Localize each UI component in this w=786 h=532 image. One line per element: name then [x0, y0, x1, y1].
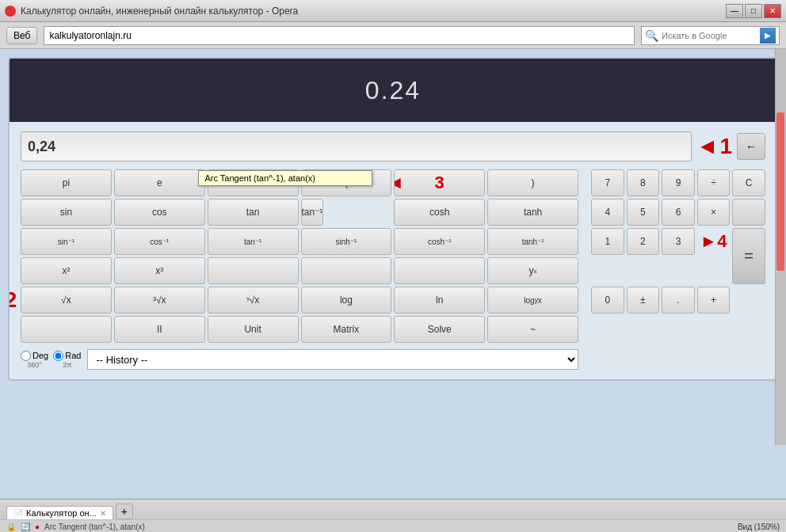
window-title: Калькулятор онлайн, инженерный онлайн ка… — [21, 6, 726, 17]
btn-7[interactable]: 7 — [591, 169, 624, 196]
minimize-button[interactable]: — — [726, 4, 743, 18]
rad-label: Rad — [65, 351, 81, 360]
angle-mode: Deg 360° Rad 2π — [21, 351, 81, 369]
numpad-panel: 7 8 9 ÷ C 4 5 6 × — [591, 169, 765, 370]
btn-tan-inv-tooltip[interactable]: tan⁻¹ — [301, 199, 324, 226]
btn-annotation-3[interactable]: ◄ 3 — [394, 169, 485, 196]
scientific-panel: pi e % ( ◄ 3 ) — [21, 169, 578, 370]
search-icon: 🔍 — [645, 29, 658, 42]
btn-open-paren[interactable]: ( — [301, 169, 392, 196]
status-bar: 📄 Калькулятор он... ✕ + 🔒 🔄 ● Arc Tangen… — [0, 499, 786, 532]
btn-tan[interactable]: tan — [208, 199, 299, 226]
btn-ln[interactable]: ln — [394, 287, 485, 314]
btn-e[interactable]: e — [114, 169, 205, 196]
deg-option[interactable]: Deg 360° — [21, 351, 48, 369]
btn-blank-r1[interactable] — [732, 199, 765, 226]
btn-acos[interactable]: cos⁻¹ — [114, 228, 205, 255]
scrollbar-vertical[interactable] — [775, 49, 786, 445]
btn-cos[interactable]: cos — [114, 199, 205, 226]
btn-9[interactable]: 9 — [662, 169, 695, 196]
btn-pi[interactable]: pi — [21, 169, 112, 196]
new-tab-button[interactable]: + — [116, 504, 133, 519]
buttons-area: pi e % ( ◄ 3 ) — [21, 169, 765, 370]
btn-percent[interactable]: % — [208, 169, 299, 196]
rad-radio[interactable] — [53, 351, 63, 361]
window-controls: — □ ✕ — [726, 4, 781, 18]
history-select[interactable]: -- History -- — [87, 349, 578, 370]
btn-blank2[interactable] — [301, 257, 392, 284]
app-icon — [5, 6, 16, 17]
status-icon-1: 🔒 — [6, 522, 16, 531]
btn-equals[interactable]: = — [732, 228, 765, 284]
status-text: Arc Tangent (tan^-1), atan(x) — [44, 522, 145, 531]
btn-4[interactable]: 4 — [591, 199, 624, 226]
btn-cbrt[interactable]: ³√x — [114, 287, 205, 314]
btn-logy[interactable]: logyx — [487, 287, 578, 314]
search-submit-button[interactable]: ▶ — [760, 28, 776, 44]
btn-matrix[interactable]: Matrix — [301, 316, 392, 343]
btn-3[interactable]: 3 — [662, 228, 695, 255]
btn-blank3[interactable] — [394, 257, 485, 284]
maximize-button[interactable]: □ — [745, 4, 762, 18]
btn-solve[interactable]: Solve — [394, 316, 485, 343]
btn-atan[interactable]: tan⁻¹ — [208, 228, 299, 255]
btn-sqrt[interactable]: √x — [21, 287, 112, 314]
btn-yx[interactable]: yx — [487, 257, 578, 284]
btn-clear[interactable]: C — [732, 169, 765, 196]
btn-unit[interactable]: Unit — [208, 316, 299, 343]
title-bar: Калькулятор онлайн, инженерный онлайн ка… — [0, 0, 786, 22]
btn-6[interactable]: 6 — [662, 199, 695, 226]
main-content: 0.24 ◄ 1 ← — [0, 49, 786, 499]
rad-option[interactable]: Rad 2π — [53, 351, 81, 369]
backspace-button[interactable]: ← — [737, 133, 765, 160]
tab-close-icon[interactable]: ✕ — [100, 509, 106, 518]
opera-icon: ● — [35, 522, 40, 531]
btn-tilde[interactable]: ~ — [487, 316, 578, 343]
btn-atanh[interactable]: tanh⁻¹ — [487, 228, 578, 255]
search-input[interactable] — [662, 31, 757, 40]
close-button[interactable]: ✕ — [764, 4, 781, 18]
btn-blank1[interactable] — [208, 257, 299, 284]
scrollbar-thumb[interactable] — [776, 112, 784, 271]
btn-mul[interactable]: × — [697, 199, 731, 226]
btn-ii[interactable]: II — [114, 316, 205, 343]
btn-dot[interactable]: . — [662, 287, 695, 314]
input-row: ◄ 1 ← — [21, 131, 765, 162]
btn-plusminus[interactable]: ± — [627, 287, 660, 314]
btn-cube[interactable]: x³ — [114, 257, 205, 284]
btn-cosh[interactable]: cosh — [394, 199, 485, 226]
url-input[interactable] — [44, 26, 635, 45]
btn-2[interactable]: 2 — [627, 228, 660, 255]
bottom-row: Deg 360° Rad 2π — [21, 349, 578, 370]
address-bar: Веб 🔍 ▶ — [0, 22, 786, 49]
btn-sq[interactable]: x² — [21, 257, 112, 284]
web-button[interactable]: Веб — [6, 27, 37, 44]
calculator-container: 0.24 ◄ 1 ← — [8, 57, 778, 381]
btn-8[interactable]: 8 — [627, 169, 660, 196]
btn-asin[interactable]: sin⁻¹ — [21, 228, 112, 255]
zoom-text: Вид (150%) — [738, 522, 780, 531]
btn-sin[interactable]: sin — [21, 199, 112, 226]
btn-acosh[interactable]: cosh⁻¹ — [394, 228, 485, 255]
display-value: 0.24 — [365, 76, 421, 105]
btn-close-paren[interactable]: ) — [487, 169, 578, 196]
deg-radio[interactable] — [21, 351, 31, 361]
btn-blank4[interactable] — [21, 316, 112, 343]
deg-label: Deg — [32, 351, 48, 360]
display-header: 0.24 — [10, 59, 776, 122]
deg-sub: 360° — [27, 361, 42, 369]
calc-input[interactable] — [21, 131, 692, 162]
btn-div[interactable]: ÷ — [697, 169, 731, 196]
btn-plus[interactable]: + — [697, 287, 731, 314]
active-tab[interactable]: 📄 Калькулятор он... ✕ — [6, 506, 113, 519]
calculator-body: ◄ 1 ← pi e % ( — [10, 122, 776, 379]
btn-0[interactable]: 0 — [591, 287, 624, 314]
btn-5[interactable]: 5 — [627, 199, 660, 226]
rad-sub: 2π — [63, 361, 71, 369]
btn-asinh[interactable]: sinh⁻¹ — [301, 228, 392, 255]
btn-1[interactable]: 1 — [591, 228, 624, 255]
search-box: 🔍 ▶ — [641, 26, 780, 45]
btn-tanh[interactable]: tanh — [487, 199, 578, 226]
btn-yroot[interactable]: ʸ√x — [208, 287, 299, 314]
btn-log[interactable]: log — [301, 287, 392, 314]
